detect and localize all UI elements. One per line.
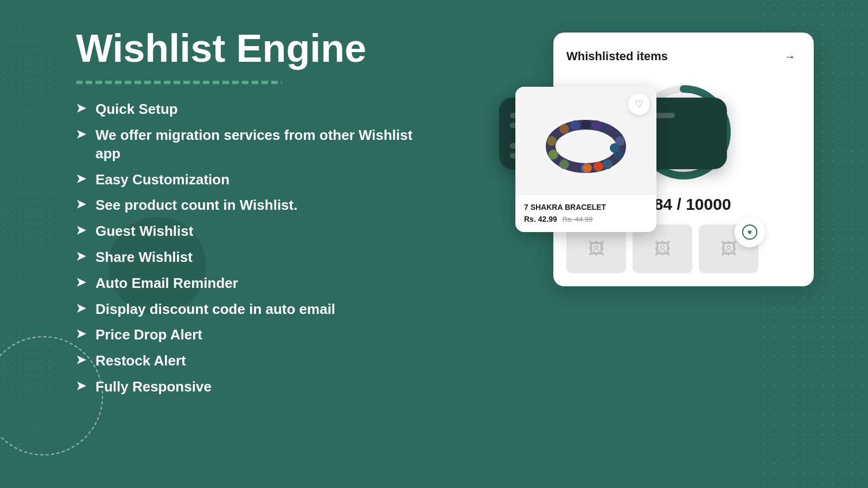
product-image-area: ♡ [515, 87, 656, 195]
feature-item-responsive: ➤Fully Responsive [76, 378, 429, 396]
feature-list: ➤Quick Setup➤We offer migration services… [76, 100, 429, 396]
svg-point-14 [570, 120, 580, 130]
product-heart-btn[interactable]: ♡ [628, 93, 650, 115]
product-name: 7 SHAKRA BRACELET [524, 203, 648, 211]
svg-point-17 [583, 164, 592, 172]
svg-point-3 [581, 120, 591, 130]
image-icon-2: 🖼 [654, 240, 671, 258]
chevron-icon-share-wishlist: ➤ [76, 249, 89, 264]
feature-text-price-drop: Price Drop Alert [95, 326, 202, 344]
svg-point-9 [559, 159, 569, 169]
feature-item-migration: ➤We offer migration services from other … [76, 126, 429, 163]
feature-item-auto-email: ➤Auto Email Reminder [76, 274, 429, 293]
feature-item-customization: ➤Easy Customization [76, 171, 429, 189]
chevron-icon-quick-setup: ➤ [76, 101, 89, 115]
svg-point-7 [603, 159, 612, 169]
chevron-icon-price-drop: ➤ [76, 327, 89, 341]
svg-point-4 [603, 124, 612, 134]
wishlist-card-title: Whishlisted items [566, 49, 668, 63]
page-title: Wishlist Engine [76, 27, 429, 70]
product-card: ♡ [515, 87, 656, 232]
feature-item-share-wishlist: ➤Share Wishlist [76, 248, 429, 267]
divider-line [76, 81, 282, 84]
feature-text-discount-code: Display discount code in auto email [95, 300, 335, 319]
feature-text-product-count: See product count in Wishlist. [95, 196, 297, 215]
feature-item-discount-code: ➤Display discount code in auto email [76, 300, 429, 319]
chevron-icon-customization: ➤ [76, 172, 89, 186]
chevron-icon-auto-email: ➤ [76, 275, 89, 290]
wishlist-arrow-btn[interactable]: → [779, 46, 801, 67]
chevron-icon-restock: ➤ [76, 353, 89, 367]
chevron-icon-migration: ➤ [76, 127, 89, 142]
chevron-icon-responsive: ➤ [76, 379, 89, 393]
feature-text-customization: Easy Customization [95, 171, 229, 189]
feature-text-migration: We offer migration services from other W… [95, 126, 429, 163]
svg-point-10 [548, 150, 558, 159]
feature-text-share-wishlist: Share Wishlist [95, 248, 193, 267]
feature-item-restock: ➤Restock Alert [76, 352, 429, 370]
svg-point-11 [547, 136, 557, 146]
chevron-icon-product-count: ➤ [76, 197, 89, 211]
price-original: Rs. 44.99 [563, 215, 593, 223]
product-prices: Rs. 42.99 Rs. 44.99 [524, 215, 648, 223]
svg-point-12 [559, 124, 569, 134]
feature-text-guest-wishlist: Guest Wishlist [95, 222, 193, 241]
chevron-icon-guest-wishlist: ➤ [76, 223, 89, 237]
svg-point-16 [593, 162, 603, 171]
image-icon-3: 🖼 [720, 240, 737, 258]
image-icon-1: 🖼 [588, 240, 604, 258]
feature-text-quick-setup: Quick Setup [95, 100, 178, 119]
svg-point-13 [592, 120, 602, 130]
feature-item-guest-wishlist: ➤Guest Wishlist [76, 222, 429, 241]
feature-text-auto-email: Auto Email Reminder [95, 274, 238, 293]
wishlist-card-header: Whishlisted items → [566, 46, 801, 67]
heart-icon-green: ♥ [742, 224, 757, 240]
feature-text-restock: Restock Alert [95, 352, 186, 370]
svg-point-15 [610, 143, 620, 153]
bracelet-svg [540, 108, 632, 174]
right-panel: Whishlisted items → 7484 7484 / 10000 [515, 33, 814, 455]
price-current: Rs. 42.99 [524, 215, 557, 223]
feature-item-price-drop: ➤Price Drop Alert [76, 326, 429, 344]
feature-item-quick-setup: ➤Quick Setup [76, 100, 429, 119]
feature-item-product-count: ➤See product count in Wishlist. [76, 196, 429, 215]
floating-heart-circle[interactable]: ♥ [735, 217, 765, 247]
chevron-icon-discount-code: ➤ [76, 301, 89, 316]
product-info: 7 SHAKRA BRACELET Rs. 42.99 Rs. 44.99 [515, 195, 656, 232]
left-panel: Wishlist Engine ➤Quick Setup➤We offer mi… [76, 27, 429, 396]
feature-text-responsive: Fully Responsive [95, 378, 212, 396]
